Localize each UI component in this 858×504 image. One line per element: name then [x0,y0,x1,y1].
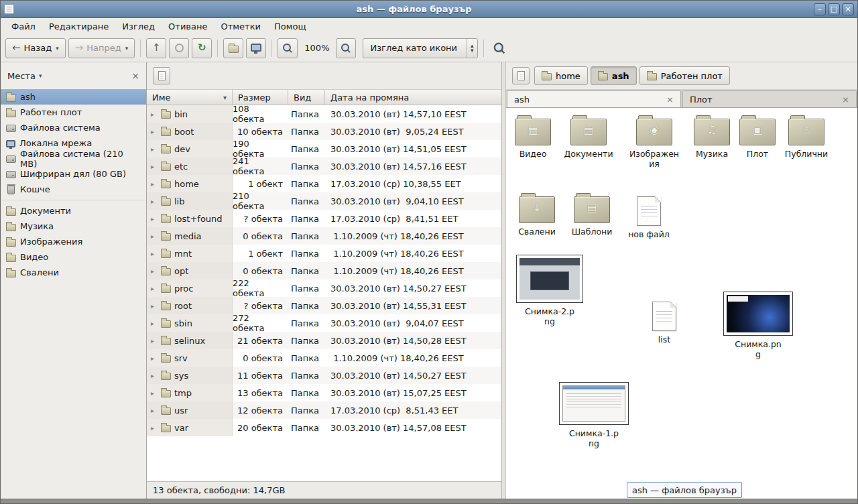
menu-item-2[interactable]: Изглед [115,19,162,34]
icon-view-item[interactable]: ♫Музика [685,119,739,159]
menu-item-5[interactable]: Помощ [267,19,313,34]
table-row[interactable]: ▸var20 обектаПапка30.03.2010 (вт) 14,57,… [147,419,501,436]
folder-icon [161,390,171,397]
size-cell: 1 обект [233,175,288,192]
expander-icon[interactable]: ▸ [151,180,158,188]
computer-button[interactable] [246,38,266,58]
column-header-2[interactable]: Вид [288,90,325,105]
sidebar-close-icon[interactable]: × [131,70,139,81]
expander-icon[interactable]: ▸ [151,163,158,170]
breadcrumb-2[interactable]: Работен плот [639,66,730,85]
pathbar-edit-button[interactable] [512,67,530,84]
tab-0[interactable]: ash× [507,90,681,107]
expander-icon[interactable]: ▸ [151,250,158,257]
column-header-0[interactable]: Име▾ [147,90,233,105]
column-header-3[interactable]: Дата на промяна [325,90,501,105]
table-row[interactable]: ▸bin108 обектаПапка30.03.2010 (вт) 14,57… [147,105,501,123]
expander-icon[interactable]: ▸ [151,111,158,118]
menu-item-4[interactable]: Отметки [214,19,267,34]
expander-icon[interactable]: ▸ [151,233,158,240]
icon-view-item[interactable]: ▤Шаблони [565,196,619,237]
view-mode-select[interactable]: Изглед като икони ▴ ▾ [363,38,478,58]
table-row[interactable]: ▸mnt1 обектПапка 1.10.2009 (чт) 18,40,26… [147,245,501,262]
table-row[interactable]: ▸etc241 обектаПапка30.03.2010 (вт) 14,57… [147,158,501,175]
icon-view-item[interactable]: Снимка.png [721,292,796,359]
expander-icon[interactable]: ▸ [151,355,158,362]
table-row[interactable]: ▸tmp13 обектаПапка30.03.2010 (вт) 15,07,… [147,384,501,401]
icon-view-item[interactable]: ◉Изображения [625,119,684,169]
icon-view-item[interactable]: Снимка-2.png [513,255,586,326]
column-header-1[interactable]: Размер [233,90,288,105]
expander-icon[interactable]: ▸ [151,267,158,275]
expander-icon[interactable]: ▸ [151,128,158,135]
up-button[interactable]: ↑ [146,38,166,58]
icon-view-item[interactable]: list [637,302,691,344]
sidebar-item-videos[interactable]: Видео [1,249,146,265]
search-button[interactable] [489,38,509,58]
table-row[interactable]: ▸selinux21 обектаПапка30.03.2010 (вт) 14… [147,332,501,349]
zoom-in-button[interactable] [336,38,356,58]
icon-view-item[interactable]: Снимка-1.png [556,382,631,448]
expander-icon[interactable]: ▸ [151,389,158,397]
expander-icon[interactable]: ▸ [151,198,158,205]
expander-icon[interactable]: ▸ [151,285,158,292]
sidebar-item-desktop[interactable]: Работен плот [1,105,146,120]
expander-icon[interactable]: ▸ [151,337,158,344]
close-button[interactable]: × [842,3,854,15]
sidebar-item-filesystem-210mb[interactable]: Файлова система (210 MB) [1,151,146,166]
menu-item-0[interactable]: Файл [5,19,42,34]
stop-button[interactable] [169,38,189,58]
expander-icon[interactable]: ▸ [151,424,158,432]
table-row[interactable]: ▸opt0 обектаПапка 1.10.2009 (чт) 18,40,2… [147,262,501,279]
zoom-out-button[interactable] [278,38,298,58]
sidebar-item-pictures[interactable]: Изображения [1,234,146,249]
table-row[interactable]: ▸boot10 обектаПапка30.03.2010 (вт) 9,05,… [147,123,501,140]
close-icon[interactable]: × [842,94,849,105]
expander-icon[interactable]: ▸ [151,302,158,310]
table-row[interactable]: ▸home1 обектПапка17.03.2010 (ср) 10,38,5… [147,175,501,192]
table-row[interactable]: ▸root? обектаПапка30.03.2010 (вт) 14,55,… [147,297,501,314]
table-row[interactable]: ▸lib210 обектаПапка30.03.2010 (вт) 9,04,… [147,192,501,210]
taskbar-window-button[interactable]: ash — файлов браузър [627,482,742,498]
table-row[interactable]: ▸media0 обектаПапка 1.10.2009 (чт) 18,40… [147,227,501,245]
reload-button[interactable]: ↻ [192,38,212,58]
sidebar-item-encrypted-80gb[interactable]: Шифриран дял (80 GB) [1,166,146,182]
breadcrumb-1[interactable]: ash [591,66,637,85]
table-row[interactable]: ▸usr12 обектаПапка17.03.2010 (ср) 8,51,4… [147,401,501,419]
icon-view-item[interactable]: ↓Свалени [510,196,564,237]
location-toggle-button[interactable] [153,67,170,84]
back-button[interactable]: ← Назад ▾ [5,38,66,58]
places-menu-button[interactable]: Места ▾ [7,71,42,81]
home-button[interactable] [223,38,243,58]
table-row[interactable]: ▸dev190 обектаПапка30.03.2010 (вт) 14,51… [147,140,501,158]
menu-item-1[interactable]: Редактиране [42,19,115,34]
icon-view-item[interactable]: нов файл [622,196,676,239]
sidebar-item-documents[interactable]: Документи [1,203,146,218]
sidebar-item-trash[interactable]: Кошче [1,182,146,197]
sidebar-item-ash[interactable]: ash [1,89,146,105]
icon-view-item[interactable]: ▤Документи [560,119,617,159]
expander-icon[interactable]: ▸ [151,320,158,327]
table-row[interactable]: ▸lost+found? обектаПапка17.03.2010 (ср) … [147,210,501,227]
minimize-button[interactable]: – [814,3,826,15]
sidebar-item-filesystem[interactable]: Файлова система [1,120,146,135]
table-row[interactable]: ▸srv0 обектаПапка 1.10.2009 (чт) 18,40,2… [147,349,501,367]
table-row[interactable]: ▸sbin272 обектаПапка30.03.2010 (вт) 9,04… [147,314,501,332]
breadcrumb-0[interactable]: home [534,66,588,85]
icon-view-item[interactable]: ▦Видео [506,119,560,159]
maximize-button[interactable]: □ [828,3,840,15]
icon-view-item[interactable]: ♙Публични [780,119,833,159]
expander-icon[interactable]: ▸ [151,145,158,153]
table-row[interactable]: ▸proc222 обектаПапка30.03.2010 (вт) 14,5… [147,279,501,297]
menu-item-3[interactable]: Отиване [162,19,214,34]
icon-view-item[interactable]: ▣Плот [733,119,782,159]
close-icon[interactable]: × [666,94,674,105]
sidebar-item-music[interactable]: Музика [1,218,146,234]
table-row[interactable]: ▸sys11 обектаПапка30.03.2010 (вт) 14,50,… [147,367,501,384]
expander-icon[interactable]: ▸ [151,407,158,414]
sidebar-item-downloads[interactable]: Свалени [1,265,146,280]
tab-1[interactable]: Плот× [682,90,857,107]
expander-icon[interactable]: ▸ [151,372,158,379]
forward-button[interactable]: → Напред ▾ [68,38,135,58]
expander-icon[interactable]: ▸ [151,215,158,223]
